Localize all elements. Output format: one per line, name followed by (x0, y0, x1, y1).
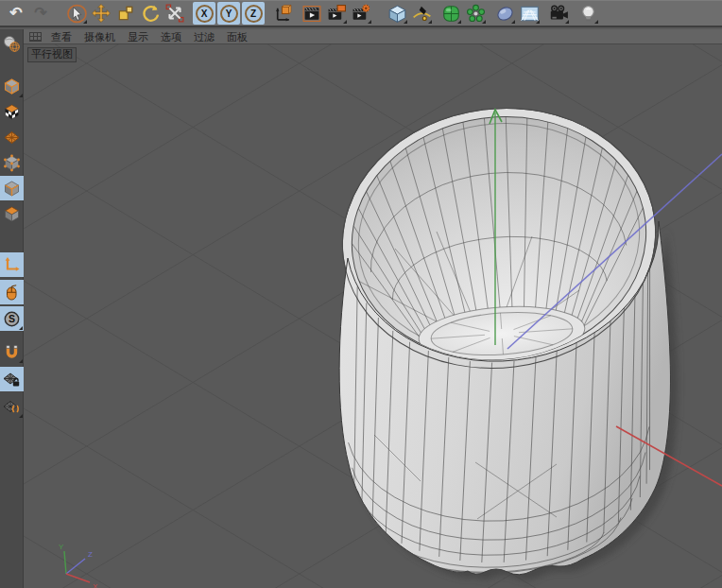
viewport-solo-button[interactable] (0, 280, 24, 304)
render-settings-button[interactable] (350, 2, 372, 25)
workplane-lock-button[interactable] (0, 367, 24, 391)
render-settings-icon (351, 4, 371, 24)
points-mode-button[interactable] (0, 150, 24, 175)
generators-button[interactable] (464, 2, 487, 25)
light-button[interactable] (576, 2, 599, 25)
array-generator-icon (466, 4, 486, 24)
magnet-snap-button[interactable] (0, 339, 24, 364)
viewport-menubar: 查看 摄像机 显示 选项 过滤 面板 (24, 29, 722, 44)
undo-icon: ↶ (9, 6, 22, 21)
move-icon (92, 4, 111, 23)
floor-grid-icon (520, 4, 540, 24)
move-tool-button[interactable] (90, 2, 112, 25)
axis-gizmo: Y Z X (59, 543, 98, 588)
snap-icon: S (3, 310, 21, 328)
application-window: ↶ ↷ (0, 0, 722, 588)
pen-icon (412, 4, 432, 24)
cube-primitive-icon (387, 4, 407, 24)
floor-environment-button[interactable] (518, 2, 541, 25)
x-axis-icon: X (196, 5, 214, 23)
undo-button[interactable]: ↶ (5, 2, 27, 25)
model-mode-button[interactable] (0, 74, 24, 98)
menu-camera[interactable]: 摄像机 (84, 30, 115, 43)
gizmo-z-label: Z (88, 550, 93, 559)
mode-sidebar: S (0, 29, 24, 588)
viewport-panel: 查看 摄像机 显示 选项 过滤 面板 平行视图 (24, 29, 722, 588)
workplane-mode-button[interactable] (0, 125, 24, 149)
live-selection-button[interactable] (65, 2, 88, 25)
workplane-mode-icon (3, 129, 21, 147)
lock-z-axis-button[interactable]: Z (242, 2, 265, 25)
redo-button[interactable]: ↷ (29, 2, 52, 25)
volume-button[interactable] (493, 2, 516, 25)
model-mode-icon (3, 78, 21, 95)
scale-tool-button[interactable] (114, 2, 137, 25)
points-mode-icon (3, 154, 21, 172)
menu-display[interactable]: 显示 (128, 30, 148, 43)
make-editable-button[interactable] (0, 31, 24, 56)
light-bulb-icon (578, 4, 598, 24)
blob-icon (495, 4, 515, 24)
camera-button[interactable] (547, 2, 570, 25)
gizmo-x-label: X (93, 582, 98, 588)
subdivision-surface-icon (441, 4, 461, 24)
workplane-align-icon (3, 398, 21, 416)
make-editable-icon (3, 35, 21, 53)
render-view-icon (301, 4, 322, 24)
rotate-icon (141, 4, 160, 23)
enable-axis-button[interactable] (0, 252, 24, 277)
movie-camera-icon (548, 4, 569, 24)
lock-x-axis-button[interactable]: X (193, 2, 215, 25)
edges-mode-icon (3, 180, 21, 198)
texture-mode-button[interactable] (0, 99, 24, 124)
last-tool-button[interactable] (163, 2, 186, 25)
texture-mode-icon (3, 103, 21, 121)
render-view-button[interactable] (301, 2, 323, 25)
scale-icon (116, 4, 135, 23)
scene-3d-cup-model: Y Z X (24, 44, 722, 588)
polygons-mode-icon (3, 205, 21, 223)
redo-icon: ↷ (34, 6, 46, 21)
add-cube-primitive-button[interactable] (386, 2, 408, 25)
svg-text:S: S (9, 313, 15, 324)
viewport-canvas[interactable]: 平行视图 Y (24, 44, 722, 588)
subdivision-surface-button[interactable] (439, 2, 462, 25)
snap-button[interactable]: S (0, 306, 24, 331)
rotate-tool-button[interactable] (139, 2, 162, 25)
tool-swap-icon (165, 4, 184, 23)
menu-filter[interactable]: 过滤 (194, 30, 215, 43)
viewport-grid-menu-icon[interactable] (29, 32, 42, 42)
view-name-label: 平行视图 (27, 47, 77, 62)
edges-mode-button[interactable] (0, 176, 24, 200)
polygons-mode-button[interactable] (0, 201, 24, 226)
mouse-icon (3, 284, 21, 302)
main-toolbar: ↶ ↷ (0, 0, 722, 27)
y-axis-icon: Y (220, 5, 238, 23)
z-axis-icon: Z (245, 5, 263, 23)
spline-pen-button[interactable] (410, 2, 433, 25)
live-selection-icon (67, 4, 87, 24)
coordinate-system-button[interactable] (271, 2, 294, 25)
workplane-align-button[interactable] (0, 394, 24, 419)
render-picture-viewer-icon (326, 4, 347, 24)
magnet-icon (3, 343, 21, 361)
lock-y-axis-button[interactable]: Y (217, 2, 240, 25)
render-picture-viewer-button[interactable] (325, 2, 348, 25)
enable-axis-icon (3, 256, 21, 274)
menu-options[interactable]: 选项 (161, 30, 181, 43)
menu-view[interactable]: 查看 (51, 30, 72, 43)
gizmo-y-label: Y (59, 543, 64, 551)
menu-panel[interactable]: 面板 (227, 30, 248, 43)
coordinate-system-icon (273, 4, 293, 24)
workplane-lock-icon (3, 371, 21, 389)
